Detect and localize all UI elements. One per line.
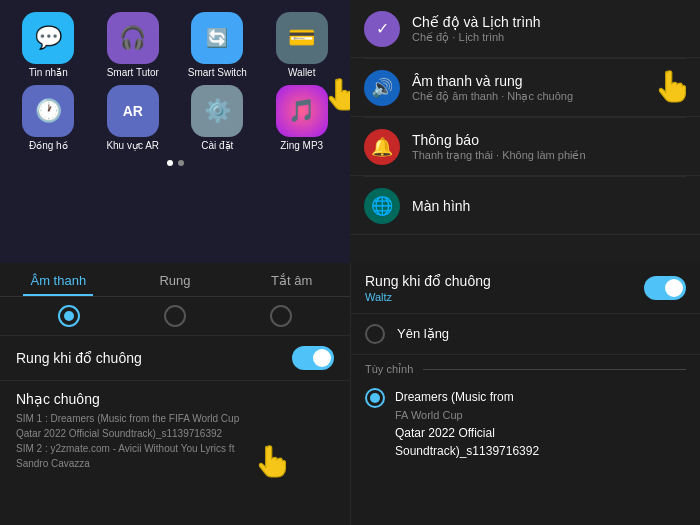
am-thanh-icon: 🔊 <box>364 70 400 106</box>
khu-vuc-ar-icon: AR <box>107 85 159 137</box>
dot-2 <box>178 160 184 166</box>
app-item-dong-ho[interactable]: 🕐 Đồng hồ <box>8 85 89 152</box>
custom-divider <box>423 369 686 370</box>
app-grid: 💬 Tin nhắn 🎧 Smart Tutor 🔄 Smart Switch … <box>8 12 342 152</box>
settings-item-am-thanh[interactable]: 🔊 Âm thanh và rung Chế độ âm thanh · Nhạ… <box>350 59 700 117</box>
cai-dat-label: Cài đặt <box>201 140 233 152</box>
settings-list-panel: ✓ Chế độ và Lịch trình Chế độ · Lịch trì… <box>350 0 700 263</box>
ringtone-detail-panel: Rung khi đổ chuông Waltz Yên lặng Tùy ch… <box>350 263 700 526</box>
tab-rung[interactable]: Rung <box>117 263 234 296</box>
tin-nhan-label: Tin nhắn <box>29 67 68 79</box>
yen-lang-radio[interactable] <box>365 324 385 344</box>
radio-row <box>0 297 350 335</box>
yen-lang-label: Yên lặng <box>397 326 449 341</box>
rung-khi-do-chuong-label: Rung khi đổ chuông <box>16 350 142 366</box>
tin-nhan-icon: 💬 <box>22 12 74 64</box>
br-rung-khi-do-chuong: Rung khi đổ chuông Waltz <box>351 263 700 314</box>
custom-song-row[interactable]: Dreamers (Music from FA World Cup Qatar … <box>365 382 686 466</box>
smart-tutor-label: Smart Tutor <box>107 67 159 79</box>
custom-song-radio[interactable] <box>365 388 385 408</box>
rung-khi-do-chuong-row: Rung khi đổ chuông <box>0 335 350 380</box>
tab-tat-am[interactable]: Tắt âm <box>233 263 350 296</box>
settings-item-che-do[interactable]: ✓ Chế độ và Lịch trình Chế độ · Lịch trì… <box>350 0 700 58</box>
che-do-text: Chế độ và Lịch trình Chế độ · Lịch trình <box>412 14 686 44</box>
app-item-tin-nhan[interactable]: 💬 Tin nhắn <box>8 12 89 79</box>
smart-switch-icon: 🔄 <box>191 12 243 64</box>
thong-bao-text: Thông báo Thanh trạng thái · Không làm p… <box>412 132 686 162</box>
smart-tutor-icon: 🎧 <box>107 12 159 64</box>
custom-label: Tùy chỉnh <box>365 363 686 376</box>
radio-group-tat-am[interactable] <box>228 305 334 327</box>
wallet-label: Wallet <box>288 67 315 79</box>
br-rung-toggle[interactable] <box>644 276 686 300</box>
ringtone-section: Nhạc chuông SIM 1 : Dreamers (Music from… <box>0 380 350 526</box>
tab-am-thanh[interactable]: Âm thanh <box>0 263 117 296</box>
dot-1 <box>167 160 173 166</box>
am-thanh-text: Âm thanh và rung Chế độ âm thanh · Nhạc … <box>412 73 686 103</box>
settings-item-man-hinh[interactable]: 🌐 Màn hình <box>350 177 700 235</box>
am-thanh-sub: Chế độ âm thanh · Nhạc chuông <box>412 90 686 103</box>
radio-rung[interactable] <box>164 305 186 327</box>
app-item-smart-tutor[interactable]: 🎧 Smart Tutor <box>93 12 174 79</box>
man-hinh-title: Màn hình <box>412 198 686 214</box>
app-item-smart-switch[interactable]: 🔄 Smart Switch <box>177 12 258 79</box>
cai-dat-icon: ⚙️ <box>191 85 243 137</box>
radio-group-am-thanh[interactable] <box>16 305 122 327</box>
zing-mp3-icon: 🎵 <box>276 85 328 137</box>
br-rung-title: Rung khi đổ chuông <box>365 273 491 289</box>
app-item-cai-dat[interactable]: ⚙️ Cài đặt <box>177 85 258 152</box>
thong-bao-title: Thông báo <box>412 132 686 148</box>
app-item-wallet[interactable]: 💳 Wallet <box>262 12 343 79</box>
wallet-icon: 💳 <box>276 12 328 64</box>
radio-group-rung[interactable] <box>122 305 228 327</box>
br-rung-row: Rung khi đổ chuông Waltz <box>365 273 686 303</box>
am-thanh-title: Âm thanh và rung <box>412 73 686 89</box>
app-item-zing-mp3[interactable]: 🎵 Zing MP3 <box>262 85 343 152</box>
sound-tabs: Âm thanh Rung Tắt âm <box>0 263 350 297</box>
man-hinh-text: Màn hình <box>412 198 686 214</box>
hand-pointer-ringtone-icon <box>252 442 290 480</box>
custom-song-text: Dreamers (Music from FA World Cup Qatar … <box>395 388 539 460</box>
app-item-khu-vuc-ar[interactable]: AR Khu vực AR <box>93 85 174 152</box>
custom-section: Tùy chỉnh Dreamers (Music from FA World … <box>351 355 700 472</box>
br-rung-text: Rung khi đổ chuông Waltz <box>365 273 491 303</box>
che-do-sub: Chế độ · Lịch trình <box>412 31 686 44</box>
dong-ho-icon: 🕐 <box>22 85 74 137</box>
thong-bao-icon: 🔔 <box>364 129 400 165</box>
app-grid-panel: 💬 Tin nhắn 🎧 Smart Tutor 🔄 Smart Switch … <box>0 0 350 263</box>
br-rung-sub: Waltz <box>365 291 491 303</box>
page-dots <box>167 160 184 166</box>
khu-vuc-ar-label: Khu vực AR <box>106 140 159 152</box>
hand-pointer-am-thanh-icon <box>652 67 690 105</box>
rung-toggle[interactable] <box>292 346 334 370</box>
dong-ho-label: Đồng hồ <box>29 140 68 152</box>
radio-tat-am[interactable] <box>270 305 292 327</box>
settings-item-thong-bao[interactable]: 🔔 Thông báo Thanh trạng thái · Không làm… <box>350 118 700 176</box>
man-hinh-icon: 🌐 <box>364 188 400 224</box>
radio-am-thanh[interactable] <box>58 305 80 327</box>
ringtone-title: Nhạc chuông <box>16 391 334 407</box>
zing-mp3-label: Zing MP3 <box>280 140 323 152</box>
che-do-title: Chế độ và Lịch trình <box>412 14 686 30</box>
thong-bao-sub: Thanh trạng thái · Không làm phiền <box>412 149 686 162</box>
sound-settings-panel: Âm thanh Rung Tắt âm Rung khi đổ chuông … <box>0 263 350 526</box>
smart-switch-label: Smart Switch <box>188 67 247 79</box>
che-do-icon: ✓ <box>364 11 400 47</box>
yen-lang-row[interactable]: Yên lặng <box>351 314 700 355</box>
